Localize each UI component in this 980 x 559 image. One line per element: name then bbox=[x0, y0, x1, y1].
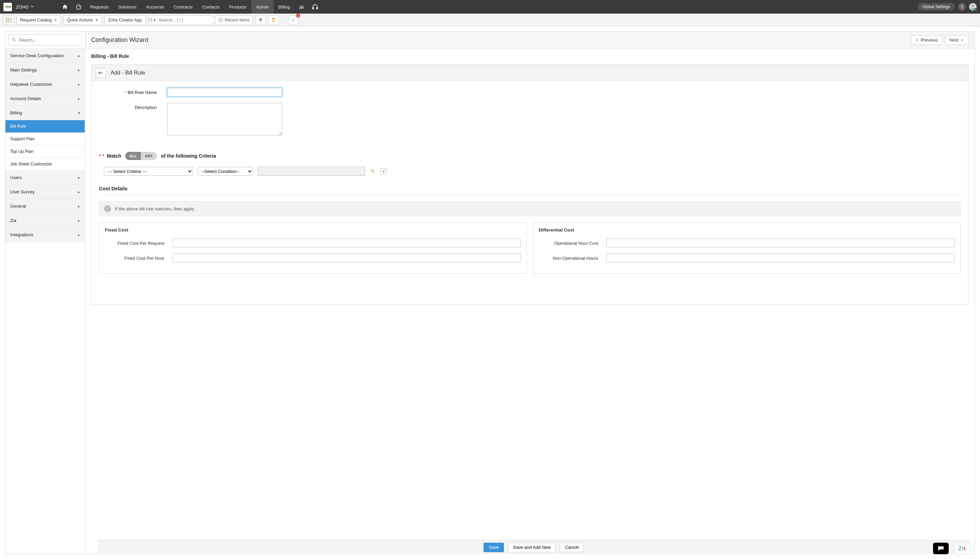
pin-badge-count: 1 bbox=[296, 13, 300, 18]
fixed-cost-per-hour-label: Fixed Cost Per Hour bbox=[105, 256, 164, 261]
operational-hour-cost-label: Operational Hour Cost bbox=[539, 241, 598, 246]
sidebar-item-users[interactable]: Users▸ bbox=[5, 170, 85, 185]
chat-fab[interactable] bbox=[933, 542, 949, 554]
previous-button[interactable]: Previous bbox=[911, 35, 942, 45]
brand-name[interactable]: ZOHO bbox=[16, 5, 29, 10]
sidebar-item-general[interactable]: General▸ bbox=[5, 199, 85, 213]
toolbar-search[interactable]: ▾ bbox=[148, 15, 212, 25]
criteria-value-input[interactable] bbox=[257, 167, 365, 176]
brand-logo bbox=[3, 3, 12, 11]
svg-rect-12 bbox=[6, 18, 12, 23]
recent-items-button[interactable]: Recent Items bbox=[215, 15, 253, 25]
headset-icon[interactable] bbox=[308, 0, 322, 13]
non-operational-hours-input[interactable] bbox=[606, 254, 955, 263]
sidebar-item-job-sheet-customizer[interactable]: Job Sheet Customizer bbox=[5, 158, 85, 170]
sidebar-item-main-settings[interactable]: Main Settings▸ bbox=[5, 63, 85, 77]
toolbar-apps-icon[interactable] bbox=[3, 15, 13, 25]
cancel-button[interactable]: Cancel bbox=[560, 542, 584, 552]
global-settings-button[interactable]: Global Settings bbox=[918, 3, 955, 10]
chevron-right-icon: ▸ bbox=[78, 175, 80, 180]
nav-contracts[interactable]: Contracts bbox=[169, 0, 197, 13]
sidebar-item-service-desk[interactable]: Service Desk Configuration▸ bbox=[5, 49, 85, 63]
svg-point-24 bbox=[939, 547, 940, 548]
svg-rect-14 bbox=[8, 19, 9, 20]
chevron-right-icon bbox=[960, 38, 964, 42]
bell-icon[interactable] bbox=[256, 15, 266, 25]
zia-fab[interactable] bbox=[954, 542, 970, 554]
back-button[interactable] bbox=[96, 68, 106, 78]
sidebar-item-billing[interactable]: Billing▾ bbox=[5, 106, 85, 120]
description-textarea[interactable] bbox=[167, 103, 282, 136]
sidebar-search-input[interactable] bbox=[8, 35, 82, 46]
sidebar-item-support-plan[interactable]: Support Plan bbox=[5, 133, 85, 146]
operational-hour-cost-input[interactable] bbox=[606, 239, 955, 248]
pin-icon[interactable]: 1 bbox=[288, 15, 299, 25]
differential-cost-box: Differential Cost Operational Hour Cost … bbox=[533, 222, 960, 274]
main-header: Configuration Wizard Previous Next bbox=[85, 31, 975, 49]
next-button[interactable]: Next bbox=[945, 35, 968, 45]
differential-cost-title: Differential Cost bbox=[539, 227, 955, 233]
chevron-right-icon: ▸ bbox=[78, 53, 80, 58]
svg-rect-17 bbox=[8, 20, 9, 21]
nav-accounts[interactable]: Accounts bbox=[141, 0, 169, 13]
zoho-creator-app-button[interactable]: Zoho Creator App bbox=[104, 15, 146, 25]
speedometer-icon[interactable] bbox=[72, 0, 86, 13]
save-add-new-button[interactable]: Save and Add New bbox=[508, 542, 556, 552]
match-any-button[interactable]: ANY bbox=[141, 152, 157, 160]
fixed-cost-per-request-input[interactable] bbox=[173, 239, 521, 248]
sidebar-item-top-up-plan[interactable]: Top Up Plan bbox=[5, 146, 85, 158]
nav-products[interactable]: Products bbox=[224, 0, 251, 13]
sidebar-item-zia[interactable]: Zia▸ bbox=[5, 213, 85, 228]
fixed-cost-per-hour-input[interactable] bbox=[173, 254, 521, 263]
description-label: Description bbox=[99, 103, 157, 110]
chevron-right-icon: ▸ bbox=[78, 82, 80, 87]
match-label: Match bbox=[107, 153, 121, 159]
lookup-icon[interactable] bbox=[370, 168, 376, 174]
nav-billing[interactable]: Billing bbox=[274, 0, 295, 13]
sidebar-item-bill-rule[interactable]: Bill Rule bbox=[5, 120, 85, 133]
brand-menu-caret[interactable] bbox=[30, 5, 35, 10]
required-mark: * bbox=[99, 153, 104, 159]
main-panel: Configuration Wizard Previous Next Billi… bbox=[85, 31, 975, 554]
svg-point-23 bbox=[371, 170, 374, 172]
add-criteria-button[interactable]: + bbox=[381, 169, 386, 174]
match-suffix: of the following Criteria bbox=[161, 153, 216, 159]
clipboard-icon[interactable] bbox=[269, 15, 279, 25]
svg-rect-1 bbox=[6, 6, 8, 8]
info-text: If the above bill rule matches, then app… bbox=[115, 206, 194, 212]
footer-bar: Save Save and Add New Cancel bbox=[98, 540, 970, 554]
svg-rect-13 bbox=[7, 19, 8, 20]
nav-contacts[interactable]: Contacts bbox=[197, 0, 224, 13]
criteria-select[interactable]: --- Select Criteria --- bbox=[104, 167, 193, 176]
search-input[interactable] bbox=[156, 18, 215, 23]
nav-requests[interactable]: Requests bbox=[86, 0, 114, 13]
svg-point-25 bbox=[940, 547, 941, 548]
home-icon[interactable] bbox=[58, 0, 72, 13]
non-operational-hours-label: Non-Operational Hours bbox=[539, 256, 598, 261]
bill-rule-name-input[interactable] bbox=[167, 88, 282, 97]
help-icon[interactable]: ? bbox=[958, 3, 966, 10]
reports-icon[interactable] bbox=[295, 0, 308, 13]
sidebar-item-user-survey[interactable]: User Survey▸ bbox=[5, 185, 85, 199]
sidebar-item-helpdesk-customizer[interactable]: Helpdesk Customizer▸ bbox=[5, 77, 85, 92]
svg-rect-5 bbox=[299, 7, 300, 9]
chat-icon bbox=[937, 546, 945, 551]
svg-rect-27 bbox=[962, 547, 963, 550]
chevron-right-icon: ▸ bbox=[78, 68, 80, 73]
svg-rect-6 bbox=[301, 5, 302, 9]
save-button[interactable]: Save bbox=[483, 542, 504, 552]
chevron-right-icon: ▸ bbox=[78, 96, 80, 101]
sidebar-item-account-details[interactable]: Account Details▸ bbox=[5, 92, 85, 106]
sidebar-item-integrations[interactable]: Integrations▸ bbox=[5, 228, 85, 242]
request-catalog-dropdown[interactable]: Request Catalog ▾ bbox=[16, 15, 61, 25]
nav-solutions[interactable]: Solutions bbox=[113, 0, 141, 13]
quick-actions-dropdown[interactable]: Quick Actions ▾ bbox=[63, 15, 102, 25]
svg-point-11 bbox=[972, 5, 974, 7]
avatar[interactable] bbox=[969, 3, 977, 10]
zoho-creator-label: Zoho Creator App bbox=[108, 18, 142, 23]
search-scope-icon[interactable]: ▾ bbox=[149, 16, 156, 25]
condition-select[interactable]: --Select Condition-- bbox=[198, 167, 253, 176]
match-all-button[interactable]: ALL bbox=[125, 152, 140, 160]
nav-admin[interactable]: Admin bbox=[251, 0, 274, 13]
info-bar: i If the above bill rule matches, then a… bbox=[99, 201, 960, 216]
